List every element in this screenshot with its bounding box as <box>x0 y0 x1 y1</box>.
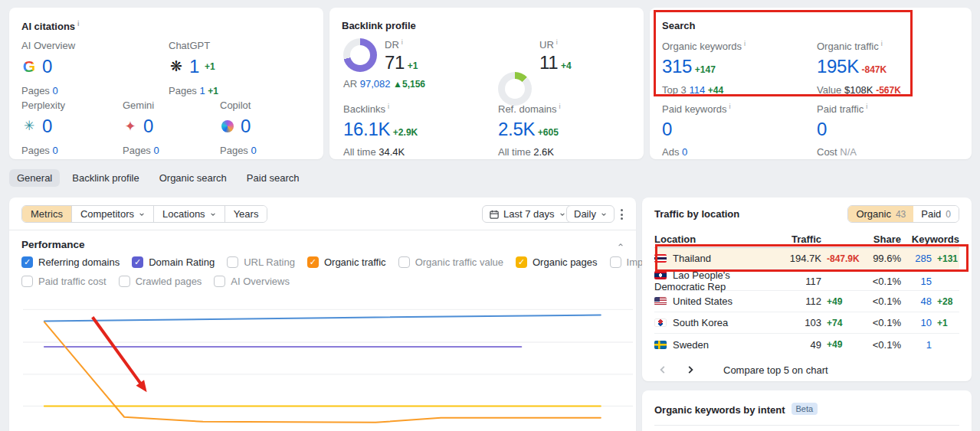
stat-value[interactable]: 0 <box>143 116 153 137</box>
collapse-section-button[interactable] <box>618 239 624 250</box>
pages-value[interactable]: 1 <box>200 85 205 96</box>
paid-count: 0 <box>946 209 951 220</box>
keywords-value[interactable]: 285 <box>901 253 932 264</box>
paid-keywords-value[interactable]: 0 <box>662 119 672 139</box>
performance-section-title: Performance <box>21 239 85 250</box>
dr-change: +1 <box>408 60 418 71</box>
more-options-button[interactable] <box>615 207 628 222</box>
stat-value[interactable]: 0 <box>241 116 251 137</box>
granularity-button[interactable]: Daily <box>566 205 615 223</box>
keywords-by-intent-card: Organic keywords by intentBeta <box>642 390 972 431</box>
tab-paid-search[interactable]: Paid search <box>239 169 307 187</box>
table-row-laos[interactable]: Lao People's Democratic Rep 117 <0.1% 15 <box>654 269 959 291</box>
checkbox-label: Referring domains <box>38 256 120 268</box>
ref-domains-value[interactable]: 2.5K <box>498 119 535 139</box>
checkbox-label: Organic traffic value <box>415 256 503 268</box>
tab-backlink-profile[interactable]: Backlink profile <box>64 169 146 187</box>
dr-stat: DR 71 +1 <box>385 38 418 73</box>
stat-label: ChatGPT <box>169 40 218 51</box>
top3-value[interactable]: 114 <box>689 84 705 96</box>
organic-traffic-value[interactable]: 195K <box>817 56 859 77</box>
organic-traffic-change: -847K <box>861 64 887 75</box>
share-value: 99.6% <box>860 253 901 264</box>
stat-value[interactable]: 0 <box>42 56 52 77</box>
previous-page-button[interactable] <box>654 361 671 378</box>
backlink-profile-title: Backlink profile <box>342 20 416 31</box>
info-icon[interactable] <box>744 40 746 47</box>
stat-value[interactable]: 0 <box>42 116 52 137</box>
checkbox-url-rating[interactable]: URL Rating <box>227 256 295 268</box>
info-icon[interactable] <box>402 38 403 46</box>
ar-value[interactable]: 97,082 <box>360 78 391 90</box>
keywords-value[interactable]: 1 <box>901 339 932 351</box>
value-amount: $108K <box>844 84 873 96</box>
years-filter-button[interactable]: Years <box>225 206 267 222</box>
info-icon[interactable] <box>388 103 389 110</box>
checkbox-icon <box>610 256 621 268</box>
top3-change: +44 <box>708 85 723 96</box>
header-keywords[interactable]: Keywords <box>901 233 959 245</box>
checkbox-label: AI Overviews <box>231 276 290 287</box>
tab-organic-search[interactable]: Organic search <box>152 169 234 187</box>
info-icon[interactable] <box>556 38 558 46</box>
backlinks-value[interactable]: 16.1K <box>343 119 390 139</box>
checkbox-organic-traffic[interactable]: ✓Organic traffic <box>307 256 386 268</box>
organic-toggle-segment[interactable]: Organic 43 <box>848 206 913 222</box>
pages-value[interactable]: 0 <box>53 85 58 96</box>
pages-value[interactable]: 0 <box>154 145 159 156</box>
compare-top5-button[interactable]: Compare top 5 on chart <box>723 364 828 376</box>
checkbox-paid-traffic-cost[interactable]: Paid traffic cost <box>21 276 107 287</box>
next-page-button[interactable] <box>682 361 699 378</box>
checkbox-referring-domains[interactable]: ✓Referring domains <box>21 256 120 268</box>
filter-segmented-control: Metrics Competitors Locations Years <box>21 205 267 223</box>
table-row-south-korea[interactable]: South Korea 103 +74 <0.1% 10 +1 <box>654 312 959 334</box>
paid-toggle-segment[interactable]: Paid 0 <box>913 206 959 222</box>
pages-label: Pages <box>21 85 50 96</box>
info-icon[interactable] <box>559 103 561 110</box>
copilot-icon <box>220 119 235 134</box>
checkbox-ai-overviews[interactable]: AI Overviews <box>214 276 290 287</box>
date-range-label: Last 7 days <box>503 208 555 220</box>
checkbox-domain-rating[interactable]: ✓Domain Rating <box>132 256 215 268</box>
tab-general[interactable]: General <box>9 169 60 187</box>
pages-change: +1 <box>208 86 218 96</box>
stat-value[interactable]: 1 <box>189 56 199 77</box>
table-row-thailand[interactable]: Thailand 194.7K -847.9K 99.6% 285 +131 <box>654 248 959 269</box>
checkbox-organic-traffic-value[interactable]: Organic traffic value <box>398 256 503 268</box>
traffic-change: +49 <box>821 296 860 307</box>
table-row-sweden[interactable]: Sweden 49 +49 <0.1% 1 <box>654 334 959 355</box>
paid-traffic-value[interactable]: 0 <box>817 119 827 139</box>
location-name: Thailand <box>673 253 711 264</box>
traffic-change: +49 <box>821 339 860 350</box>
ai-citations-title: AI citations <box>21 20 80 32</box>
pages-value[interactable]: 0 <box>251 145 257 156</box>
ref-domains-label: Ref. domains <box>498 103 557 115</box>
header-share[interactable]: Share <box>860 233 901 245</box>
competitors-filter-button[interactable]: Competitors <box>71 206 153 222</box>
organic-toggle-label: Organic <box>856 208 891 220</box>
metrics-filter-button[interactable]: Metrics <box>22 206 71 222</box>
header-traffic[interactable]: Traffic <box>774 233 821 245</box>
info-icon[interactable] <box>866 103 867 110</box>
pages-value[interactable]: 0 <box>53 145 58 156</box>
ads-value[interactable]: 0 <box>682 146 687 158</box>
south-korea-flag <box>654 318 667 327</box>
location-pagination: Compare top 5 on chart <box>654 361 828 378</box>
info-icon[interactable] <box>729 103 731 110</box>
keywords-value[interactable]: 10 <box>901 317 932 328</box>
locations-filter-button[interactable]: Locations <box>153 206 225 222</box>
chevron-down-icon <box>559 211 565 217</box>
keywords-value[interactable]: 15 <box>901 276 932 287</box>
checkbox-icon <box>398 256 410 268</box>
info-icon[interactable] <box>77 20 80 28</box>
checkbox-crawled-pages[interactable]: Crawled pages <box>119 276 202 287</box>
organic-keywords-value[interactable]: 315 <box>662 56 692 77</box>
performance-chart[interactable] <box>23 294 633 431</box>
keywords-value[interactable]: 48 <box>901 295 932 307</box>
date-range-button[interactable]: Last 7 days <box>482 205 573 223</box>
table-row-united-states[interactable]: United States 112 +49 <0.1% 48 +28 <box>654 291 959 312</box>
checkbox-icon: ✓ <box>21 256 33 268</box>
info-icon[interactable] <box>881 40 883 47</box>
checkbox-organic-pages[interactable]: ✓Organic pages <box>516 256 598 268</box>
traffic-by-location-card: Traffic by location Organic 43 Paid 0 Lo… <box>642 198 972 381</box>
